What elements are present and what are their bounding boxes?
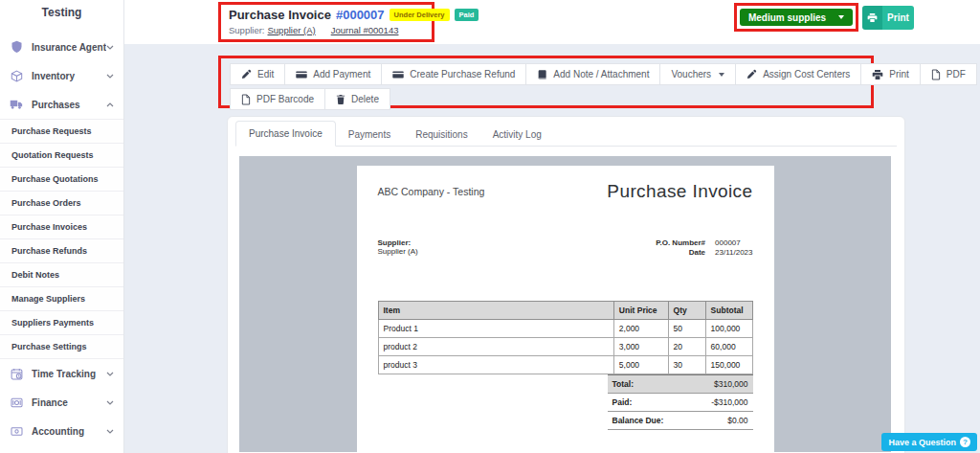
summary-label: Total: [612,379,635,389]
annotation-box-status: Medium supplies [734,3,858,32]
invoice-supplier-name: Supplier (A) [378,247,418,256]
status-dropdown-button[interactable]: Medium supplies [740,9,853,26]
pdf-file-icon [931,69,941,80]
table-row: Product 1 2,000 50 100,000 [378,320,752,338]
chevron-down-icon [838,15,844,19]
button-label: Vouchers [671,69,711,79]
print-button-top[interactable]: Print [862,6,914,30]
tab-purchase-invoice[interactable]: Purchase Invoice [235,121,336,147]
sidebar-purchases-submenu: Purchase Requests Quotation Requests Pur… [0,119,123,359]
assign-cost-centers-button[interactable]: Assign Cost Centers [735,63,861,85]
subtotal-cell: 150,000 [705,356,752,374]
sidebar-item-accounting[interactable]: Accounting [0,417,123,445]
sidebar-main-menu: Insurance Agents Inventory Purchases [0,33,123,119]
invoice-doc-title: Purchase Invoice [607,181,752,202]
sidebar-subitem-purchase-invoices[interactable]: Purchase Invoices [0,215,123,239]
invoice-supplier-label: Supplier: [378,238,418,247]
sidebar-item-label: Accounting [32,426,106,437]
button-label: PDF [947,69,966,79]
vouchers-dropdown-button[interactable]: Vouchers [659,63,736,85]
item-cell: product 2 [378,338,613,356]
subtitle-row: Supplier: Supplier (A) Journal #000143 [229,25,424,35]
sidebar-subitem-quotation-requests[interactable]: Quotation Requests [0,144,123,168]
printer-icon [862,6,882,30]
have-a-question-button[interactable]: Have a Question ? [881,433,977,451]
chevron-down-icon [106,74,114,79]
price-cell: 3,000 [613,338,668,356]
print-button-toolbar[interactable]: Print [860,63,921,85]
chevron-down-icon [106,429,114,434]
summary-value: $0.00 [727,416,747,425]
tab-requisitions[interactable]: Requisitions [403,123,479,147]
status-badge-under-delivery: Under Delivery [390,9,450,21]
add-note-attachment-button[interactable]: Add Note / Attachment [525,63,660,85]
subtotal-cell: 60,000 [705,338,752,356]
qty-cell: 50 [668,320,705,338]
sidebar-item-time-tracking[interactable]: Time Tracking [0,359,123,388]
chevron-down-icon [106,45,114,50]
pdf-button[interactable]: PDF [920,63,977,85]
price-cell: 5,000 [613,356,668,374]
invoice-supplier-block: Supplier: Supplier (A) [378,238,418,257]
summary-row-total: Total: $310,000 [608,374,753,394]
chevron-down-icon [719,73,724,77]
po-number-value: 000007 [715,238,752,247]
supplier-link[interactable]: Supplier (A) [268,25,316,35]
sidebar-subitem-purchase-quotations[interactable]: Purchase Quotations [0,168,123,192]
invoice-items-table: Item Unit Price Qty Subtotal Product 1 2… [378,301,753,374]
sidebar-subitem-purchase-orders[interactable]: Purchase Orders [0,192,123,215]
button-label: Add Payment [313,69,370,79]
tab-activity-log[interactable]: Activity Log [480,123,554,147]
button-label: Add Note / Attachment [553,69,649,79]
sidebar-subitem-purchase-requests[interactable]: Purchase Requests [0,120,123,144]
pencil-icon [241,69,252,79]
summary-value: $310,000 [714,379,747,389]
pdf-barcode-button[interactable]: PDF Barcode [230,88,325,110]
toolbar-row-1: Edit Add Payment Create Purchase Refund … [230,63,871,85]
annotation-box-title: Purchase Invoice #000007 Under Delivery … [218,2,434,42]
safe-icon [9,395,24,410]
qty-cell: 30 [668,356,705,374]
add-payment-button[interactable]: Add Payment [284,63,382,85]
help-button-label: Have a Question [888,438,956,447]
summary-row-balance-due: Balance Due: $0.00 [608,412,753,430]
status-dropdown-label: Medium supplies [748,12,826,23]
sidebar-item-inventory[interactable]: Inventory [0,61,123,90]
col-header-subtotal: Subtotal [705,302,752,320]
button-label: PDF Barcode [256,94,314,104]
box-icon [9,68,24,83]
page-title: Purchase Invoice [229,8,331,22]
item-cell: product 3 [378,356,613,374]
tab-payments[interactable]: Payments [336,123,403,147]
calendar-clock-icon [9,366,24,381]
sidebar-subitem-manage-suppliers[interactable]: Manage Suppliers [0,287,123,311]
delete-button[interactable]: Delete [324,88,390,110]
pdf-viewer[interactable]: ABC Company - Testing Purchase Invoice S… [239,156,891,452]
sidebar-item-label: Inventory [32,71,106,81]
invoice-summary: Total: $310,000 Paid: -$310,000 Balance … [608,374,753,430]
chevron-down-icon [106,400,114,405]
sidebar-item-insurance-agents[interactable]: Insurance Agents [0,33,123,61]
col-header-unit-price: Unit Price [613,302,668,320]
sidebar-item-finance[interactable]: Finance [0,388,123,417]
edit-button[interactable]: Edit [230,63,285,85]
question-mark-icon: ? [960,437,970,447]
create-purchase-refund-button[interactable]: Create Purchase Refund [381,63,526,85]
chevron-down-icon [106,372,114,376]
status-badge-paid: Paid [455,9,479,21]
invoice-card: Purchase Invoice Payments Requisitions A… [227,116,905,453]
sidebar-subitem-suppliers-payments[interactable]: Suppliers Payments [0,311,123,335]
trash-icon [336,94,345,104]
sidebar-subitem-purchase-settings[interactable]: Purchase Settings [0,335,123,359]
table-header-row: Item Unit Price Qty Subtotal [378,302,752,320]
sidebar: Testing Insurance Agents Inventory [0,0,124,453]
col-header-qty: Qty [668,302,705,320]
sidebar-item-purchases[interactable]: Purchases [0,90,123,119]
sidebar-item-label: Purchases [32,100,106,110]
sidebar-subitem-debit-notes[interactable]: Debit Notes [0,263,123,287]
po-number-label: P.O. Number# [656,238,705,247]
sidebar-subitem-purchase-refunds[interactable]: Purchase Refunds [0,239,123,263]
invoice-number-link[interactable]: #000007 [336,8,385,22]
date-value: 23/11/2023 [715,248,752,257]
journal-link[interactable]: Journal #000143 [331,25,399,35]
